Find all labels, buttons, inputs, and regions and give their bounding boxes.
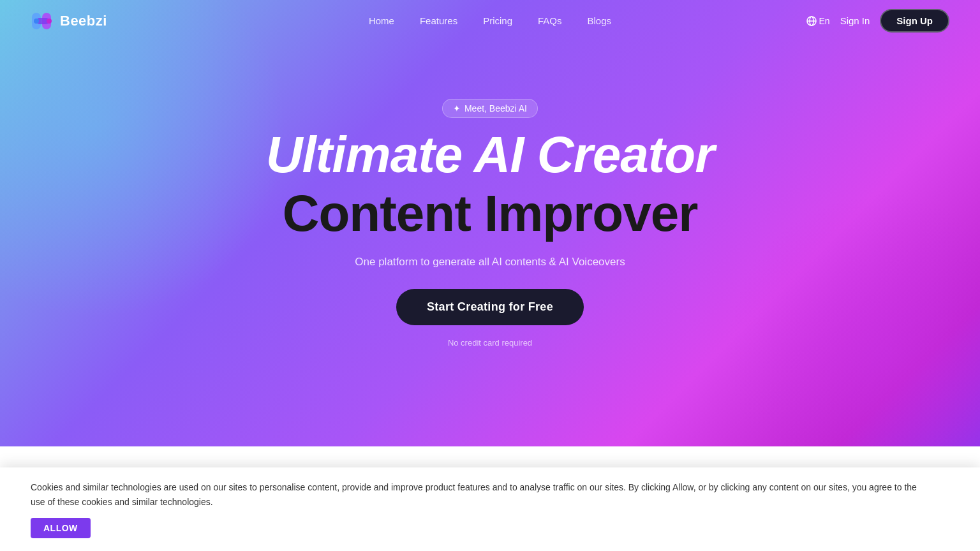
nav-faqs-link[interactable]: FAQs — [538, 15, 562, 26]
nav-item-home[interactable]: Home — [369, 15, 394, 27]
nav-pricing-link[interactable]: Pricing — [483, 15, 512, 26]
nav-item-pricing[interactable]: Pricing — [483, 15, 512, 27]
meet-badge: ✦ Meet, Beebzi AI — [442, 99, 538, 118]
nav-item-features[interactable]: Features — [420, 15, 457, 27]
logo-icon — [31, 9, 55, 33]
nav-blogs-link[interactable]: Blogs — [588, 15, 612, 26]
nav-item-blogs[interactable]: Blogs — [588, 15, 612, 27]
badge-text: Meet, Beebzi AI — [464, 103, 527, 114]
nav-features-link[interactable]: Features — [420, 15, 457, 26]
logo-text: Beebzi — [60, 13, 107, 29]
hero-title-line2: Content Improver — [283, 187, 698, 240]
sign-up-button[interactable]: Sign Up — [880, 9, 949, 33]
cookie-banner: Cookies and similar technologies are use… — [0, 467, 980, 551]
no-credit-text: No credit card required — [448, 338, 532, 348]
svg-point-4 — [47, 18, 52, 24]
cookie-message: Cookies and similar technologies are use… — [31, 480, 924, 509]
language-label: En — [819, 16, 830, 26]
hero-section: ✦ Meet, Beebzi AI Ultimate AI Creator Co… — [0, 0, 980, 446]
svg-point-3 — [34, 18, 39, 24]
hero-subtitle: One platform to generate all AI contents… — [355, 256, 625, 268]
hero-title-line1: Ultimate AI Creator — [266, 128, 715, 182]
language-selector[interactable]: En — [806, 16, 830, 26]
nav-right: En Sign In Sign Up — [806, 9, 950, 33]
allow-button[interactable]: ALLOW — [31, 518, 91, 538]
nav-item-faqs[interactable]: FAQs — [538, 15, 562, 27]
navbar: Beebzi Home Features Pricing FAQs Blogs … — [0, 0, 980, 41]
sparkle-icon: ✦ — [453, 103, 461, 114]
hero-content: ✦ Meet, Beebzi AI Ultimate AI Creator Co… — [266, 99, 715, 348]
logo-link[interactable]: Beebzi — [31, 9, 107, 33]
globe-icon — [806, 16, 817, 26]
nav-home-link[interactable]: Home — [369, 15, 394, 26]
cta-button[interactable]: Start Creating for Free — [396, 289, 584, 325]
nav-links: Home Features Pricing FAQs Blogs — [369, 15, 611, 27]
sign-in-link[interactable]: Sign In — [840, 15, 870, 26]
